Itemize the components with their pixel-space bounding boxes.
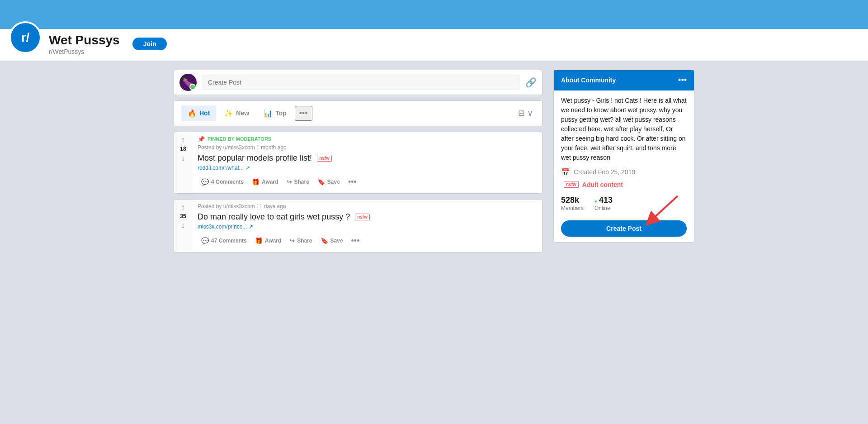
- sparkle-icon: ✨: [224, 109, 233, 118]
- view-toggle-button[interactable]: ⊟ ∨: [516, 106, 535, 120]
- downvote-button[interactable]: ↓: [181, 221, 185, 229]
- about-created: 📅 Created Feb 25, 2019: [561, 168, 687, 176]
- subreddit-icon: r/: [9, 21, 42, 54]
- save-button[interactable]: 🔖 Save: [317, 234, 347, 247]
- save-button[interactable]: 🔖 Save: [314, 176, 344, 188]
- about-description: Wet pussy - Girls ! not Cats ! Here is a…: [561, 96, 687, 162]
- sort-more-button[interactable]: •••: [295, 106, 312, 121]
- nsfw-badge: nsfw: [317, 155, 332, 162]
- about-community-card: About Community ••• Wet pussy - Girls ! …: [553, 70, 694, 243]
- sidebar: About Community ••• Wet pussy - Girls ! …: [553, 70, 694, 252]
- about-title: About Community: [561, 76, 616, 84]
- join-button[interactable]: Join: [132, 38, 167, 50]
- upvote-button[interactable]: ↑: [181, 203, 185, 211]
- post-title[interactable]: Do man really love to eat girls wet puss…: [198, 212, 537, 222]
- sort-top-button[interactable]: 📊 Top: [257, 105, 293, 121]
- post-meta: Posted by u/miss3xcom 1 month ago: [198, 144, 537, 151]
- external-link-icon: ↗: [249, 224, 253, 230]
- post-actions: 💬 4 Comments 🎁 Award ↪ Share 🔖: [198, 175, 537, 190]
- create-post-input[interactable]: [202, 75, 520, 90]
- comments-button[interactable]: 💬 47 Comments: [198, 234, 250, 247]
- award-button[interactable]: 🎁 Award: [251, 234, 285, 247]
- create-post-sidebar-button[interactable]: Create Post: [561, 220, 687, 237]
- sort-hot-button[interactable]: 🔥 Hot: [181, 105, 216, 121]
- pinned-label: 📌 PINNED BY MODERATORS: [198, 136, 537, 143]
- sort-new-button[interactable]: ✨ New: [218, 105, 255, 121]
- members-stat: 528k Members: [561, 195, 584, 211]
- subreddit-name: Wet Pussys: [49, 33, 120, 48]
- fire-icon: 🔥: [188, 109, 197, 118]
- main-layout: 🍆 🔗 🔥 Hot ✨ New 📊 Top ••• ⊟ ∨: [163, 61, 705, 262]
- save-icon: 🔖: [321, 237, 328, 244]
- subreddit-handle: r/WetPussys: [49, 48, 120, 55]
- adult-label: Adult content: [582, 181, 623, 188]
- post-actions: 💬 47 Comments 🎁 Award ↪ Share 🔖: [198, 233, 537, 248]
- post-content: Posted by u/miss3xcom 11 days ago Do man…: [192, 200, 542, 252]
- sort-bar: 🔥 Hot ✨ New 📊 Top ••• ⊟ ∨: [174, 100, 542, 126]
- post-card: ↑ 35 ↓ Posted by u/miss3xcom 11 days ago…: [174, 199, 542, 252]
- subreddit-banner: r/ Wet Pussys r/WetPussys Join: [0, 0, 868, 61]
- vote-column: ↑ 35 ↓: [174, 200, 192, 252]
- vote-column: ↑ 18 ↓: [174, 132, 192, 193]
- online-stat: ●413 Online: [594, 195, 613, 211]
- members-value: 528k: [561, 195, 584, 205]
- more-button[interactable]: •••: [348, 233, 363, 248]
- nsfw-sidebar-badge: nsfw: [564, 181, 579, 188]
- post-meta: Posted by u/miss3xcom 11 days ago: [198, 203, 537, 210]
- sort-bar-right: ⊟ ∨: [516, 106, 535, 120]
- more-button[interactable]: •••: [344, 175, 360, 190]
- online-dot: ●: [594, 199, 597, 204]
- banner-image: [0, 0, 868, 29]
- online-value: ●413: [594, 195, 613, 205]
- comment-icon: 💬: [201, 237, 209, 244]
- award-icon: 🎁: [255, 237, 263, 244]
- vote-count: 18: [180, 146, 186, 152]
- post-link[interactable]: miss3x.com/prince... ↗: [198, 224, 537, 230]
- external-link-icon: ↗: [245, 165, 250, 171]
- about-menu-dots[interactable]: •••: [678, 76, 687, 85]
- post-link[interactable]: reddit.com/r/what... ↗: [198, 165, 537, 171]
- pin-icon: 📌: [198, 136, 205, 143]
- post-card: ↑ 18 ↓ 📌 PINNED BY MODERATORS Posted by …: [174, 132, 542, 194]
- calendar-icon: 📅: [561, 168, 570, 176]
- subreddit-title-block: Wet Pussys r/WetPussys: [49, 33, 120, 55]
- create-post-box: 🍆 🔗: [174, 70, 542, 95]
- share-button[interactable]: ↪ Share: [286, 234, 316, 247]
- about-body: Wet pussy - Girls ! not Cats ! Here is a…: [554, 91, 694, 242]
- nsfw-badge: nsfw: [355, 214, 370, 220]
- vote-count: 35: [180, 213, 186, 219]
- save-icon: 🔖: [317, 178, 325, 186]
- about-header: About Community •••: [554, 70, 694, 91]
- chart-icon: 📊: [264, 109, 273, 118]
- stats-row: 528k Members ●413 Online: [561, 195, 687, 211]
- award-button[interactable]: 🎁 Award: [248, 176, 282, 188]
- members-label: Members: [561, 205, 584, 211]
- share-icon: ↪: [287, 178, 292, 186]
- comments-button[interactable]: 💬 4 Comments: [198, 176, 247, 188]
- comment-icon: 💬: [201, 178, 209, 186]
- avatar: 🍆: [179, 74, 197, 91]
- post-content: 📌 PINNED BY MODERATORS Posted by u/miss3…: [192, 132, 542, 193]
- feed-column: 🍆 🔗 🔥 Hot ✨ New 📊 Top ••• ⊟ ∨: [174, 70, 542, 252]
- nsfw-row: nsfw Adult content: [561, 181, 687, 188]
- online-label: Online: [594, 205, 613, 211]
- post-title[interactable]: Most popular models profile list! nsfw: [198, 153, 537, 163]
- share-icon: ↪: [289, 237, 295, 244]
- upvote-button[interactable]: ↑: [181, 136, 185, 144]
- award-icon: 🎁: [252, 178, 259, 186]
- share-button[interactable]: ↪ Share: [283, 176, 313, 188]
- link-icon[interactable]: 🔗: [525, 77, 537, 88]
- downvote-button[interactable]: ↓: [181, 154, 185, 162]
